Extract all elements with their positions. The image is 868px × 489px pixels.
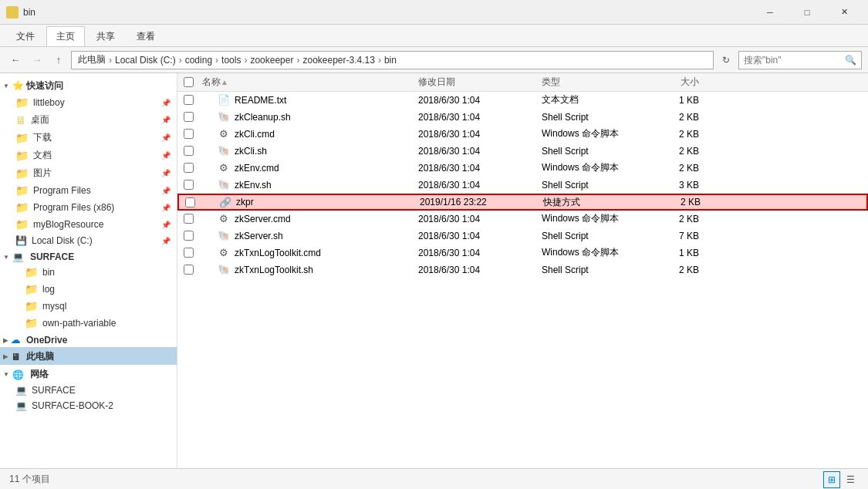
maximize-button[interactable]: □ [789,0,825,25]
address-bar: ← → ↑ 此电脑 › Local Disk (C:) › coding › t… [0,47,868,73]
sidebar-item-bin[interactable]: 📁 bin [0,264,177,281]
sidebar-item-pictures[interactable]: 📁 图片 📌 [0,164,177,182]
sidebar: ▼ ⭐ 快速访问 📁 littleboy 📌 🖥 桌面 📌 📁 下载 📌 📁 文… [0,73,177,468]
up-button[interactable]: ↑ [49,51,68,69]
sidebar-item-label: log [42,284,55,295]
tab-file[interactable]: 文件 [6,26,45,46]
breadcrumb-c: Local Disk (C:) [115,55,176,66]
tab-share[interactable]: 共享 [86,26,125,46]
file-date-cell: 2019/1/16 23:22 [414,197,537,207]
table-row[interactable]: ⚙ zkEnv.cmd 2018/6/30 1:04 Windows 命令脚本 … [177,160,868,177]
sidebar-item-label: 图片 [33,167,52,180]
sidebar-item-programfiles[interactable]: 📁 Program Files 📌 [0,182,177,199]
sidebar-item-ownpath[interactable]: 📁 own-path-variable [0,315,177,332]
row-checkbox[interactable] [184,180,194,190]
row-checkbox[interactable] [184,231,194,241]
file-size-cell: 2 KB [643,265,705,275]
checkbox[interactable] [184,77,194,87]
sh-icon: 🐚 [218,230,230,241]
sidebar-section-network[interactable]: ▼ 🌐 网络 [0,365,177,383]
table-row[interactable]: 🐚 zkServer.sh 2018/6/30 1:04 Shell Scrip… [177,228,868,244]
view-details-button[interactable]: ⊞ [823,471,840,488]
sidebar-section-thispc[interactable]: ▶ 🖥 此电脑 [0,347,177,365]
table-row[interactable]: 📄 README.txt 2018/6/30 1:04 文本文档 1 KB [177,92,868,109]
close-button[interactable]: ✕ [826,0,862,25]
breadcrumb-coding: coding [185,55,212,66]
expand-icon: ▼ [3,83,9,89]
tab-home[interactable]: 主页 [46,26,85,46]
row-checkbox[interactable] [184,95,194,105]
col-header-size[interactable]: 大小 [643,73,705,92]
row-checkbox-area [181,248,196,258]
row-checkbox[interactable] [184,112,194,122]
file-name-cell: 📄 README.txt [196,94,412,106]
search-box[interactable]: 🔍 [738,51,862,69]
table-row[interactable]: 🐚 zkEnv.sh 2018/6/30 1:04 Shell Script 3… [177,177,868,194]
row-checkbox[interactable] [184,129,194,139]
file-type-cell: Shell Script [535,180,643,191]
minimize-button[interactable]: ─ [752,0,788,25]
file-type-icon: 📄 [218,94,230,106]
expand-icon: ▶ [3,337,8,344]
sidebar-item-log[interactable]: 📁 log [0,281,177,298]
table-row[interactable]: 🐚 zkTxnLogToolkit.sh 2018/6/30 1:04 Shel… [177,261,868,278]
sidebar-item-download[interactable]: 📁 下载 📌 [0,129,177,147]
cloud-icon: ☁ [11,335,20,346]
table-row[interactable]: 🐚 zkCleanup.sh 2018/6/30 1:04 Shell Scri… [177,109,868,126]
sh-icon: 🐚 [218,111,230,123]
sidebar-item-mysql[interactable]: 📁 mysql [0,298,177,315]
col-header-date[interactable]: 修改日期 [412,73,535,92]
row-checkbox[interactable] [185,197,195,207]
sidebar-section-surface[interactable]: ▼ 💻 SURFACE [0,248,177,264]
file-name-cell: 🐚 zkEnv.sh [196,179,412,191]
back-button[interactable]: ← [6,51,25,69]
sidebar-item-surface-net[interactable]: 💻 SURFACE [0,383,177,398]
sidebar-section-quickaccess[interactable]: ▼ ⭐ 快速访问 [0,76,177,94]
file-date-cell: 2018/6/30 1:04 [412,248,535,258]
file-size-cell: 2 KB [643,163,705,174]
row-checkbox[interactable] [184,146,194,156]
row-checkbox[interactable] [184,214,194,224]
table-row[interactable]: 🐚 zkCli.sh 2018/6/30 1:04 Shell Script 2… [177,143,868,160]
select-all-checkbox[interactable] [181,77,196,87]
table-row[interactable]: ⚙ zkCli.cmd 2018/6/30 1:04 Windows 命令脚本 … [177,126,868,143]
sidebar-item-label: 文档 [33,149,52,162]
table-row[interactable]: ⚙ zkServer.cmd 2018/6/30 1:04 Windows 命令… [177,211,868,228]
row-checkbox[interactable] [184,265,194,275]
expand-icon: ▶ [3,353,8,360]
sidebar-item-myblogresource[interactable]: 📁 myBlogResource 📌 [0,216,177,233]
table-row[interactable]: 🔗 zkpr 2019/1/16 23:22 快捷方式 2 KB [177,194,868,211]
forward-button[interactable]: → [28,51,46,69]
file-date-cell: 2018/6/30 1:04 [412,214,535,224]
sidebar-item-surfacebook2[interactable]: 💻 SURFACE-BOOK-2 [0,398,177,413]
tab-view[interactable]: 查看 [127,26,165,46]
refresh-button[interactable]: ↻ [717,51,735,69]
sidebar-item-desktop[interactable]: 🖥 桌面 📌 [0,111,177,129]
row-checkbox[interactable] [184,248,194,258]
sidebar-item-littleboy[interactable]: 📁 littleboy 📌 [0,94,177,111]
sidebar-item-localdisc[interactable]: 💾 Local Disk (C:) 📌 [0,233,177,248]
table-row[interactable]: ⚙ zkTxnLogToolkit.cmd 2018/6/30 1:04 Win… [177,244,868,261]
pin-icon: 📌 [161,133,171,142]
file-size-cell: 7 KB [643,231,705,241]
file-type-icon: ⚙ [218,213,230,225]
file-type-icon: ⚙ [218,162,230,174]
file-name-cell: 🐚 zkTxnLogToolkit.sh [196,264,412,276]
file-name: zkCleanup.sh [235,112,291,123]
file-name-cell: 🐚 zkServer.sh [196,230,412,242]
view-list-button[interactable]: ☰ [842,471,859,488]
quickaccess-label: ⭐ 快速访问 [12,79,63,93]
file-size-cell: 1 KB [643,95,705,106]
folder-icon: 📁 [15,96,29,109]
col-header-name[interactable]: 名称 ▲ [196,73,412,92]
search-input[interactable] [744,55,842,66]
sidebar-section-onedrive[interactable]: ▶ ☁ OneDrive [0,332,177,347]
file-name-cell: 🐚 zkCleanup.sh [196,111,412,123]
row-checkbox[interactable] [184,163,194,173]
breadcrumb-pc: 此电脑 [78,53,106,66]
sidebar-item-documents[interactable]: 📁 文档 📌 [0,147,177,164]
col-header-type[interactable]: 类型 [535,73,643,92]
sidebar-item-programfilesx86[interactable]: 📁 Program Files (x86) 📌 [0,199,177,216]
search-icon: 🔍 [845,55,856,66]
address-path[interactable]: 此电脑 › Local Disk (C:) › coding › tools ›… [71,51,714,69]
